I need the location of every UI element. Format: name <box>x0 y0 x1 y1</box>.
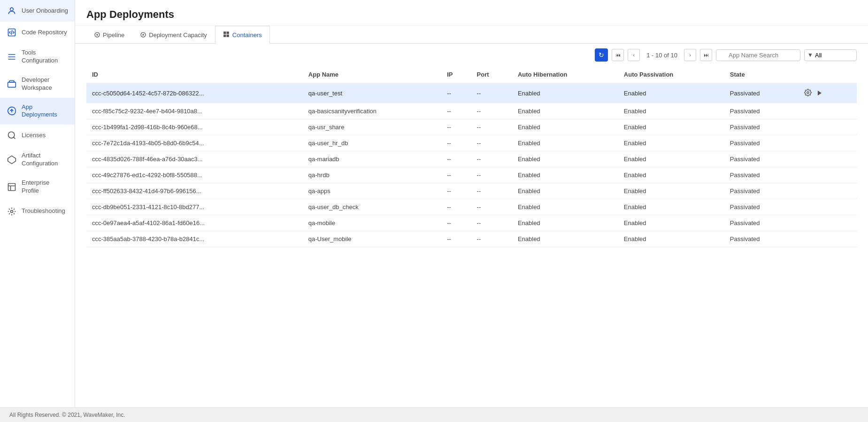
play-button[interactable] <box>814 89 825 99</box>
table-row[interactable]: ccc-c5050d64-1452-4c57-872b-086322...qa-… <box>86 83 857 103</box>
cell-state: Passivated <box>724 231 796 247</box>
tab-containers[interactable]: Containers <box>215 26 270 44</box>
tab-pipeline[interactable]: Pipeline <box>86 26 132 44</box>
sidebar: User OnboardingCode RepositoryTools Conf… <box>0 0 75 407</box>
cell-auto_hibernation: Enabled <box>512 103 618 119</box>
table-row[interactable]: ccc-db9be051-2331-4121-8c10-8bd277...qa-… <box>86 199 857 215</box>
table-row[interactable]: ccc-4835d026-788f-46ea-a76d-30aac3...qa-… <box>86 151 857 167</box>
tab-icon-containers <box>223 31 230 39</box>
cell-port: -- <box>471 183 512 199</box>
table-row[interactable]: ccc-7e72c1da-4193-4b05-b8d0-6b9c54...qa-… <box>86 135 857 151</box>
cell-id: ccc-4835d026-788f-46ea-a76d-30aac3... <box>86 151 303 167</box>
col-header-app-name: App Name <box>303 66 441 83</box>
enterprise-profile-icon <box>7 182 17 192</box>
cell-auto_passivation: Enabled <box>618 119 724 135</box>
cell-state: Passivated <box>724 83 796 103</box>
cell-state: Passivated <box>724 103 796 119</box>
cell-ip: -- <box>441 83 471 103</box>
sidebar-item-troubleshooting[interactable]: Troubleshooting <box>0 201 75 222</box>
search-input[interactable] <box>716 49 800 61</box>
sidebar-item-code-repository[interactable]: Code Repository <box>0 22 75 43</box>
cell-app_name: qa-hrdb <box>303 167 441 183</box>
table-row[interactable]: ccc-385aa5ab-3788-4230-b78a-b2841c...qa-… <box>86 231 857 247</box>
cell-auto_passivation: Enabled <box>618 83 724 103</box>
sidebar-label-enterprise-profile: Enterprise Profile <box>22 179 68 195</box>
sidebar-item-tools-configuration[interactable]: Tools Configuration <box>0 43 75 70</box>
svg-point-3 <box>8 132 15 138</box>
cell-app_name: qa-basicsanityverification <box>303 103 441 119</box>
cell-auto_passivation: Enabled <box>618 215 724 231</box>
sidebar-item-enterprise-profile[interactable]: Enterprise Profile <box>0 173 75 201</box>
sidebar-item-user-onboarding[interactable]: User Onboarding <box>0 0 75 22</box>
sidebar-label-artifact-configuration: Artifact Configuration <box>22 152 68 168</box>
sidebar-item-developer-workspace[interactable]: Developer Workspace <box>0 70 75 98</box>
col-header-auto-hibernation: Auto Hibernation <box>512 66 618 83</box>
cell-auto_hibernation: Enabled <box>512 231 618 247</box>
svg-rect-5 <box>8 184 15 191</box>
cell-auto_passivation: Enabled <box>618 199 724 215</box>
cell-auto_hibernation: Enabled <box>512 167 618 183</box>
cell-auto_hibernation: Enabled <box>512 119 618 135</box>
cell-port: -- <box>471 103 512 119</box>
sidebar-label-tools-configuration: Tools Configuration <box>22 49 68 65</box>
table-wrap: IDApp NameIPPortAuto HibernationAuto Pas… <box>75 66 868 407</box>
table-row[interactable]: ccc-0e97aea4-a5af-4102-86a1-fd60e16...qa… <box>86 215 857 231</box>
table-row[interactable]: ccc-49c27876-ed1c-4292-b0f8-550588...qa-… <box>86 167 857 183</box>
tools-configuration-icon <box>7 52 17 62</box>
tab-label-deployment-capacity: Deployment Capacity <box>149 31 207 39</box>
cell-app_name: qa-mariadb <box>303 151 441 167</box>
tabs-bar: PipelineDeployment CapacityContainers <box>75 26 868 44</box>
cell-port: -- <box>471 83 512 103</box>
cell-actions <box>796 199 857 215</box>
search-wrap: 🔍 <box>716 49 800 61</box>
cell-actions <box>796 151 857 167</box>
cell-state: Passivated <box>724 151 796 167</box>
tab-label-pipeline: Pipeline <box>103 31 124 39</box>
first-page-button[interactable]: ⏮ <box>612 49 624 61</box>
page-title: App Deployments <box>86 8 857 21</box>
cell-auto_passivation: Enabled <box>618 183 724 199</box>
sidebar-item-artifact-configuration[interactable]: Artifact Configuration <box>0 146 75 173</box>
page-header: App Deployments <box>75 0 868 26</box>
cell-app_name: qa-apps <box>303 183 441 199</box>
cell-id: ccc-1b499fa1-2d98-416b-8c4b-960e68... <box>86 119 303 135</box>
cell-port: -- <box>471 167 512 183</box>
artifact-configuration-icon <box>7 155 17 165</box>
table-row[interactable]: ccc-1b499fa1-2d98-416b-8c4b-960e68...qa-… <box>86 119 857 135</box>
cell-ip: -- <box>441 199 471 215</box>
table-row[interactable]: ccc-ff502633-8432-41d4-97b6-996156...qa-… <box>86 183 857 199</box>
cell-port: -- <box>471 231 512 247</box>
prev-page-button[interactable]: ‹ <box>628 49 640 61</box>
cell-actions <box>796 135 857 151</box>
sidebar-item-app-deployments[interactable]: App Deployments <box>0 98 75 125</box>
developer-workspace-icon <box>7 79 17 89</box>
table-row[interactable]: ccc-f85c75c2-9232-4ee7-b404-9810a8...qa-… <box>86 103 857 119</box>
cell-id: ccc-49c27876-ed1c-4292-b0f8-550588... <box>86 167 303 183</box>
svg-rect-16 <box>226 35 229 37</box>
svg-marker-18 <box>818 91 822 96</box>
col-header-port: Port <box>471 66 512 83</box>
col-header-actions <box>796 66 857 83</box>
last-page-button[interactable]: ⏭ <box>700 49 712 61</box>
svg-marker-4 <box>8 156 16 164</box>
cell-id: ccc-c5050d64-1452-4c57-872b-086322... <box>86 83 303 103</box>
filter-select[interactable]: AllRunningPassivatedEnabledDisabled <box>804 49 857 61</box>
cell-ip: -- <box>441 119 471 135</box>
sidebar-item-licenses[interactable]: Licenses <box>0 125 75 146</box>
cell-port: -- <box>471 135 512 151</box>
cell-app_name: qa-user_hr_db <box>303 135 441 151</box>
table-toolbar: ↻ ⏮ ‹ 1 - 10 of 10 › ⏭ 🔍 ▼ AllRunningPas… <box>75 44 868 66</box>
settings-button[interactable] <box>802 88 814 99</box>
cell-port: -- <box>471 199 512 215</box>
refresh-button[interactable]: ↻ <box>595 48 608 62</box>
cell-id: ccc-ff502633-8432-41d4-97b6-996156... <box>86 183 303 199</box>
tab-deployment-capacity[interactable]: Deployment Capacity <box>132 26 215 44</box>
cell-actions <box>796 167 857 183</box>
next-page-button[interactable]: › <box>684 49 696 61</box>
cell-auto_passivation: Enabled <box>618 167 724 183</box>
cell-auto_passivation: Enabled <box>618 135 724 151</box>
sidebar-label-code-repository: Code Repository <box>22 29 67 37</box>
app-deployments-icon <box>7 106 17 116</box>
cell-actions <box>796 183 857 199</box>
cell-port: -- <box>471 215 512 231</box>
